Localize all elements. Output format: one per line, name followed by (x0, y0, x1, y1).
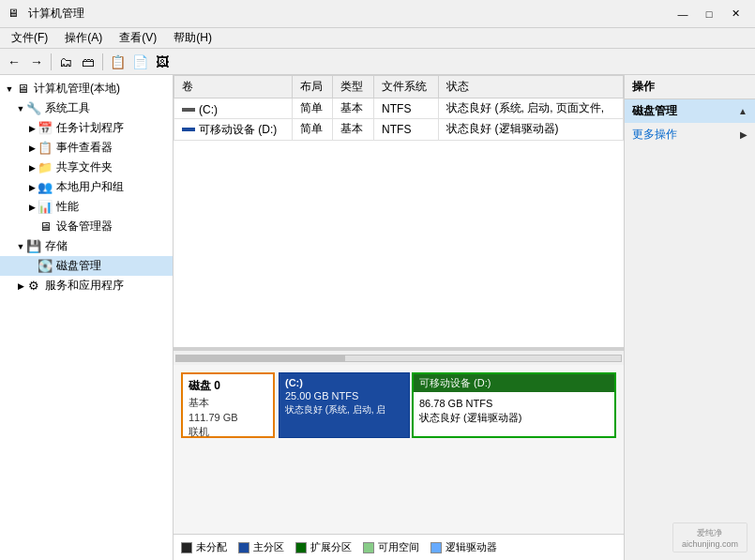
event-viewer-icon: 📋 (38, 141, 53, 156)
sidebar-item-performance[interactable]: ▶ 📊 性能 (0, 197, 173, 217)
col-header-status: 状态 (439, 76, 624, 98)
sidebar-item-storage[interactable]: ▼ 💾 存储 (0, 236, 173, 256)
toolbar-btn-1[interactable]: 🗂 (55, 52, 76, 72)
toolbar-separator-1 (51, 53, 52, 70)
disk-bar-d (182, 128, 195, 131)
sidebar-label-event: 事件查看器 (56, 140, 113, 156)
col-header-layout: 布局 (292, 76, 333, 98)
sidebar-item-local-users[interactable]: ▶ 👥 本地用户和组 (0, 177, 173, 197)
legend-label-primary: 主分区 (253, 540, 284, 554)
toolbar-separator-2 (102, 53, 103, 70)
sidebar-label-storage: 存储 (45, 238, 68, 254)
action-label-more: 更多操作 (632, 127, 677, 143)
expand-icon-root[interactable]: ▼ (4, 83, 15, 95)
legend-color-primary (238, 542, 249, 553)
expand-icon-system[interactable]: ▼ (15, 103, 26, 114)
close-button[interactable]: ✕ (723, 5, 747, 23)
table-row-c[interactable]: (C:) 简单 基本 NTFS 状态良好 (系统, 启动, 页面文件, (174, 98, 624, 119)
legend-label-logical: 逻辑驱动器 (445, 540, 497, 554)
menu-file[interactable]: 文件(F) (4, 28, 55, 48)
partition-c-size: 25.00 GB NTFS (285, 390, 403, 401)
sidebar-item-device-manager[interactable]: 🖥 设备管理器 (0, 217, 173, 236)
sidebar-label-task: 任务计划程序 (56, 120, 124, 136)
scroll-track[interactable] (175, 355, 622, 362)
expand-icon-event[interactable]: ▶ (26, 143, 38, 154)
sidebar-item-disk-management[interactable]: 💽 磁盘管理 (0, 256, 173, 276)
sidebar-label-disk: 磁盘管理 (56, 258, 101, 274)
partition-d-size: 86.78 GB NTFS (419, 398, 609, 409)
expand-icon-perf[interactable]: ▶ (26, 202, 38, 213)
shared-folders-icon: 📁 (38, 160, 53, 175)
window-title: 计算机管理 (28, 6, 84, 22)
sidebar-root[interactable]: ▼ 🖥 计算机管理(本地) (0, 79, 173, 98)
legend-bar: 未分配 主分区 扩展分区 可用空间 逻辑驱动器 (174, 534, 624, 560)
disk-status: 联机 (189, 425, 267, 439)
disk-num: 磁盘 0 (189, 378, 267, 394)
expand-icon-device (26, 221, 38, 233)
cell-layout-c: 简单 (292, 98, 333, 119)
disk-visual-row: 磁盘 0 基本 111.79 GB 联机 (C:) 25.00 GB NTFS … (181, 372, 616, 438)
disk-bar-c (182, 108, 195, 112)
legend-color-extended (295, 542, 307, 553)
sidebar-item-task-scheduler[interactable]: ▶ 📅 任务计划程序 (0, 118, 173, 138)
sidebar-label-system-tools: 系统工具 (45, 100, 90, 116)
toolbar-btn-4[interactable]: 📄 (129, 52, 150, 72)
menu-help[interactable]: 帮助(H) (166, 28, 219, 48)
expand-icon-users[interactable]: ▶ (26, 182, 38, 193)
sidebar-label-device: 设备管理器 (56, 219, 113, 235)
menu-action[interactable]: 操作(A) (57, 28, 110, 48)
sidebar-item-shared-folders[interactable]: ▶ 📁 共享文件夹 (0, 158, 173, 177)
cell-fs-d: NTFS (374, 119, 439, 141)
forward-button[interactable]: → (26, 52, 47, 72)
disk-type: 基本 (189, 396, 267, 410)
task-scheduler-icon: 📅 (38, 121, 53, 136)
watermark-text: 爱纯净aichunjing.com (682, 527, 738, 549)
disk-label-box[interactable]: 磁盘 0 基本 111.79 GB 联机 (181, 372, 275, 438)
expand-icon-storage[interactable]: ▼ (15, 241, 26, 252)
sidebar-item-event-viewer[interactable]: ▶ 📋 事件查看器 (0, 138, 173, 158)
table-row-d[interactable]: 可移动设备 (D:) 简单 基本 NTFS 状态良好 (逻辑驱动器) (174, 119, 624, 141)
minimize-button[interactable]: — (671, 5, 695, 23)
action-item-more[interactable]: 更多操作 ▶ (625, 123, 755, 146)
sidebar-item-system-tools[interactable]: ▼ 🔧 系统工具 (0, 98, 173, 118)
legend-color-free (363, 542, 374, 553)
expand-icon-task[interactable]: ▶ (26, 123, 38, 134)
action-arrow-disk: ▲ (738, 106, 747, 116)
expand-icon-services[interactable]: ▶ (15, 280, 26, 292)
disk-visual-area: 磁盘 0 基本 111.79 GB 联机 (C:) 25.00 GB NTFS … (174, 365, 624, 534)
menu-bar: 文件(F) 操作(A) 查看(V) 帮助(H) (0, 28, 755, 49)
back-button[interactable]: ← (4, 52, 24, 72)
scroll-thumb[interactable] (176, 356, 345, 361)
col-header-fs: 文件系统 (374, 76, 439, 98)
sidebar-item-services[interactable]: ▶ ⚙ 服务和应用程序 (0, 276, 173, 295)
legend-label-unallocated: 未分配 (196, 540, 227, 554)
sidebar-label-shared: 共享文件夹 (56, 159, 113, 175)
action-item-disk-management[interactable]: 磁盘管理 ▲ (625, 99, 755, 123)
toolbar-btn-5[interactable]: 🖼 (152, 52, 173, 72)
partition-d[interactable]: 可移动设备 (D:) 86.78 GB NTFS 状态良好 (逻辑驱动器) (412, 372, 616, 438)
col-header-vol: 卷 (174, 76, 293, 98)
action-label-disk: 磁盘管理 (632, 103, 677, 119)
cell-layout-d: 简单 (292, 119, 333, 141)
toolbar-btn-3[interactable]: 📋 (107, 52, 128, 72)
toolbar-btn-2[interactable]: 🗃 (78, 52, 98, 72)
title-bar: 🖥 计算机管理 — □ ✕ (0, 0, 755, 28)
partition-d-header: 可移动设备 (D:) (414, 374, 614, 392)
legend-label-free: 可用空间 (378, 540, 419, 554)
menu-view[interactable]: 查看(V) (112, 28, 164, 48)
action-panel-title: 操作 (625, 75, 755, 99)
disk-partition-area: (C:) 25.00 GB NTFS 状态良好 (系统, 启动, 启 可移动设备… (279, 372, 616, 438)
services-icon: ⚙ (26, 279, 41, 294)
sidebar-root-label: 计算机管理(本地) (34, 81, 120, 97)
legend-color-unallocated (181, 542, 192, 553)
cell-status-c: 状态良好 (系统, 启动, 页面文件, (439, 98, 624, 119)
partition-c[interactable]: (C:) 25.00 GB NTFS 状态良好 (系统, 启动, 启 (279, 372, 410, 438)
horizontal-scrollbar[interactable] (174, 350, 624, 365)
cell-vol-d: 可移动设备 (D:) (174, 119, 293, 141)
disk-table: 卷 布局 类型 文件系统 状态 (C:) (174, 75, 624, 141)
legend-label-extended: 扩展分区 (310, 540, 352, 554)
expand-icon-shared[interactable]: ▶ (26, 162, 38, 174)
maximize-button[interactable]: □ (697, 5, 721, 23)
sidebar-label-perf: 性能 (56, 199, 79, 215)
legend-logical: 逻辑驱动器 (430, 540, 497, 554)
